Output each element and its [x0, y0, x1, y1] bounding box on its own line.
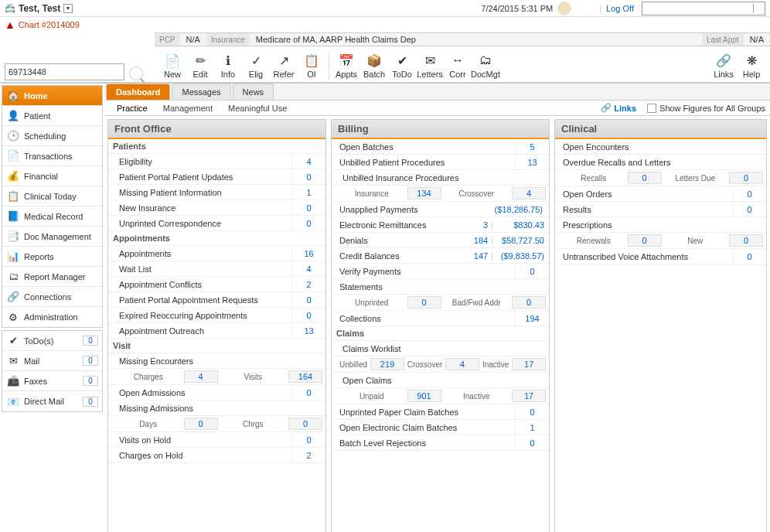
row-label[interactable]: Patient Portal Appointment Requests	[108, 295, 291, 305]
collections[interactable]: Collections	[332, 314, 515, 323]
row-value[interactable]: 0	[732, 188, 766, 200]
untranscribed[interactable]: Untranscribed Voice Attachments	[555, 252, 732, 261]
row-value[interactable]: 0	[732, 203, 766, 216]
unapplied-value[interactable]: ($18,286.75)	[472, 205, 549, 214]
row-label[interactable]: Eligibility	[108, 157, 291, 166]
toolbar-letters[interactable]: ✉Letters	[416, 48, 444, 80]
row-value[interactable]: 5	[515, 141, 549, 153]
prescriptions[interactable]: Prescriptions	[555, 220, 766, 230]
row-label[interactable]: Patient Portal Patient Updates	[108, 172, 291, 182]
row-value[interactable]: 16	[291, 247, 325, 260]
row-value[interactable]: 1	[515, 421, 549, 434]
row-value[interactable]: 0	[515, 406, 549, 418]
badaddr-value[interactable]: 0	[512, 296, 546, 309]
statements[interactable]: Statements	[332, 282, 549, 292]
collections-value[interactable]: 194	[515, 312, 549, 325]
row-value[interactable]: 2	[291, 449, 325, 462]
row-label[interactable]: Visits on Hold	[108, 435, 291, 445]
row-label[interactable]: Open Orders	[555, 189, 732, 199]
row-label[interactable]: Wait List	[108, 264, 291, 274]
row-label[interactable]: Open Batches	[332, 142, 515, 152]
days-value[interactable]: 0	[184, 418, 218, 430]
row-label[interactable]: Open Electronic Claim Batches	[332, 423, 515, 432]
toolbar-corr[interactable]: ↔Corr	[444, 48, 472, 80]
credit-count[interactable]: 147	[460, 251, 491, 261]
missing-encounters[interactable]: Missing Encounters	[108, 356, 325, 366]
row-value[interactable]: 0	[291, 217, 325, 230]
row-label[interactable]: Batch Level Rejections	[332, 438, 515, 448]
credit-label[interactable]: Credit Balances	[332, 251, 460, 261]
nav-clinical-today[interactable]: 📋Clinical Today	[2, 186, 102, 206]
nav-mail[interactable]: ✉Mail0	[2, 351, 102, 371]
nav-doc-management[interactable]: 📑Doc Management	[2, 227, 102, 247]
open-claims[interactable]: Open Claims	[332, 376, 549, 385]
renewals-value[interactable]: 0	[628, 234, 662, 247]
row-value[interactable]: 0	[291, 294, 325, 306]
top-dropdown[interactable]	[642, 2, 765, 15]
nav-reports[interactable]: 📊Reports	[2, 247, 102, 267]
chart-number[interactable]: Chart #2014009	[19, 20, 80, 29]
row-value[interactable]: 0	[291, 171, 325, 183]
row-label[interactable]: Results	[555, 205, 732, 214]
toolbar-edit[interactable]: ✏Edit	[186, 48, 214, 80]
credit-amount[interactable]: ($9,838.57)	[493, 251, 549, 261]
showfigures-checkbox[interactable]	[647, 104, 656, 113]
subtab-management[interactable]: Management	[155, 102, 220, 114]
insurance-subvalue[interactable]: 134	[407, 187, 441, 200]
row-label[interactable]: Missing Patient Information	[108, 188, 291, 197]
letters-value[interactable]: 0	[729, 172, 763, 184]
toolbar-elig[interactable]: ✓Elig	[242, 48, 270, 80]
nav-home[interactable]: 🏠Home	[2, 86, 102, 106]
denials-label[interactable]: Denials	[332, 236, 460, 245]
toolbar-batch[interactable]: 📦Batch	[360, 48, 388, 80]
missing-admissions[interactable]: Missing Admissions	[108, 404, 325, 413]
nav-medical-record[interactable]: 📘Medical Record	[2, 206, 102, 227]
unbilled-ins-proc[interactable]: Unbilled Insurance Procedures	[332, 173, 549, 182]
tab-messages[interactable]: Messages	[172, 84, 230, 100]
row-label[interactable]: Unbilled Patient Procedures	[332, 158, 515, 167]
nav-administration[interactable]: ⚙Administration	[2, 307, 102, 327]
row-value[interactable]: 2	[291, 278, 325, 291]
recalls-value[interactable]: 0	[628, 172, 662, 184]
nav-financial[interactable]: 💰Financial	[2, 166, 102, 186]
cw-crossover-value[interactable]: 4	[445, 358, 479, 370]
row-value[interactable]: 0	[291, 387, 325, 399]
new-value[interactable]: 0	[729, 234, 763, 247]
toolbar-refer[interactable]: ↗Refer	[270, 48, 298, 80]
toolbar-todo[interactable]: ✔ToDo	[388, 48, 416, 80]
toolbar-appts[interactable]: 📅Appts	[332, 48, 360, 80]
row-value[interactable]: 13	[291, 325, 325, 337]
charges-value[interactable]: 4	[184, 370, 218, 383]
row-label[interactable]: New Insurance	[108, 203, 291, 213]
search-input[interactable]	[5, 63, 124, 80]
row-value[interactable]: 0	[291, 434, 325, 446]
row-label[interactable]: Unprinted Correspondence	[108, 219, 291, 228]
row-value[interactable]: 1	[291, 186, 325, 199]
row-value[interactable]: 13	[515, 156, 549, 169]
oc-inactive-value[interactable]: 17	[512, 390, 546, 402]
overdue-recalls[interactable]: Overdue Recalls and Letters	[555, 158, 766, 167]
nav-faxes[interactable]: 📠Faxes0	[2, 371, 102, 391]
row-value[interactable]: 0	[291, 202, 325, 214]
untranscribed-value[interactable]: 0	[732, 251, 766, 263]
nav-transactions[interactable]: 📄Transactions	[2, 146, 102, 166]
toolbar-oi[interactable]: 📋OI	[298, 48, 325, 80]
toolbar-docmgt[interactable]: 🗂DocMgt	[472, 48, 499, 80]
row-label[interactable]: Charges on Hold	[108, 451, 291, 460]
toolbar-new[interactable]: 📄New	[158, 48, 186, 80]
unpaid-value[interactable]: 901	[407, 390, 441, 402]
row-value[interactable]: 4	[291, 155, 325, 168]
nav-patient[interactable]: 👤Patient	[2, 106, 102, 126]
crossover-subvalue[interactable]: 4	[512, 187, 546, 200]
row-label[interactable]: Appointment Outreach	[108, 326, 291, 336]
nav-connections[interactable]: 🔗Connections	[2, 287, 102, 307]
patient-dropdown[interactable]: ▾	[63, 4, 73, 13]
subtab-practice[interactable]: Practice	[109, 102, 155, 114]
row-value[interactable]: 0	[291, 309, 325, 322]
logoff-link[interactable]: Log Off	[606, 4, 634, 13]
row-value[interactable]: 4	[291, 263, 325, 275]
tab-dashboard[interactable]: Dashboard	[106, 84, 170, 100]
row-label[interactable]: Expired Reoccuring Appointments	[108, 311, 291, 320]
denials-amount[interactable]: $58,727.50	[493, 236, 549, 245]
nav-todos[interactable]: ✔ToDo(s)0	[2, 331, 102, 351]
